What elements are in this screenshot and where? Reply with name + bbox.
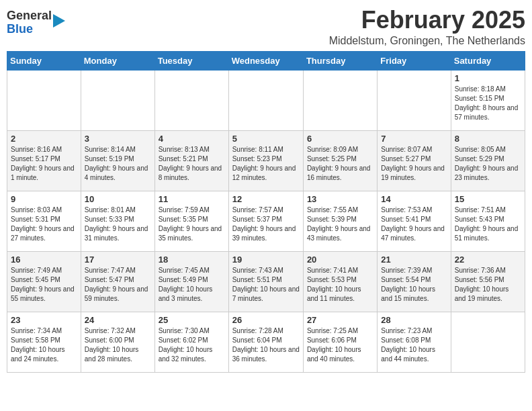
logo-blue: Blue [7, 22, 33, 36]
day-number: 22 [455, 255, 521, 265]
calendar-cell: 19Sunrise: 7:43 AM Sunset: 5:51 PM Dayli… [228, 251, 303, 312]
calendar-cell: 13Sunrise: 7:55 AM Sunset: 5:39 PM Dayli… [303, 191, 377, 251]
day-info: Sunrise: 7:55 AM Sunset: 5:39 PM Dayligh… [307, 205, 373, 243]
day-info: Sunrise: 8:13 AM Sunset: 5:21 PM Dayligh… [159, 145, 225, 183]
day-number: 28 [381, 315, 447, 325]
day-number: 17 [85, 255, 151, 265]
calendar-cell: 12Sunrise: 7:57 AM Sunset: 5:37 PM Dayli… [228, 191, 303, 251]
calendar-cell: 16Sunrise: 7:49 AM Sunset: 5:45 PM Dayli… [7, 251, 81, 312]
calendar-cell: 7Sunrise: 8:07 AM Sunset: 5:27 PM Daylig… [378, 130, 451, 191]
calendar-cell: 25Sunrise: 7:30 AM Sunset: 6:02 PM Dayli… [154, 312, 228, 372]
day-number: 12 [232, 194, 300, 204]
logo-arrow-icon [53, 14, 65, 28]
day-info: Sunrise: 7:45 AM Sunset: 5:49 PM Dayligh… [159, 266, 225, 304]
day-info: Sunrise: 7:49 AM Sunset: 5:45 PM Dayligh… [11, 266, 77, 304]
calendar-cell: 10Sunrise: 8:01 AM Sunset: 5:33 PM Dayli… [81, 191, 154, 251]
day-number: 20 [307, 255, 373, 265]
day-info: Sunrise: 7:41 AM Sunset: 5:53 PM Dayligh… [307, 266, 373, 304]
calendar-cell: 2Sunrise: 8:16 AM Sunset: 5:17 PM Daylig… [7, 130, 81, 191]
day-info: Sunrise: 8:11 AM Sunset: 5:23 PM Dayligh… [232, 145, 300, 183]
calendar-cell: 17Sunrise: 7:47 AM Sunset: 5:47 PM Dayli… [81, 251, 154, 312]
calendar-table: SundayMondayTuesdayWednesdayThursdayFrid… [7, 51, 525, 373]
calendar-week-row: 16Sunrise: 7:49 AM Sunset: 5:45 PM Dayli… [7, 251, 525, 312]
calendar-cell: 8Sunrise: 8:05 AM Sunset: 5:29 PM Daylig… [451, 130, 525, 191]
day-number: 15 [455, 194, 521, 204]
calendar-cell: 24Sunrise: 7:32 AM Sunset: 6:00 PM Dayli… [81, 312, 154, 372]
calendar-cell: 22Sunrise: 7:36 AM Sunset: 5:56 PM Dayli… [451, 251, 525, 312]
calendar-cell [378, 70, 451, 130]
day-number: 1 [455, 73, 521, 83]
day-number: 2 [11, 134, 77, 144]
day-info: Sunrise: 7:28 AM Sunset: 6:04 PM Dayligh… [232, 326, 300, 364]
calendar-cell [81, 70, 154, 130]
calendar-cell: 4Sunrise: 8:13 AM Sunset: 5:21 PM Daylig… [154, 130, 228, 191]
weekday-header: Sunday [7, 51, 81, 70]
calendar-cell: 6Sunrise: 8:09 AM Sunset: 5:25 PM Daylig… [303, 130, 377, 191]
day-number: 4 [159, 134, 225, 144]
day-info: Sunrise: 7:51 AM Sunset: 5:43 PM Dayligh… [455, 205, 521, 243]
calendar-week-row: 9Sunrise: 8:03 AM Sunset: 5:31 PM Daylig… [7, 191, 525, 251]
day-number: 3 [85, 134, 151, 144]
calendar-cell [154, 70, 228, 130]
calendar-week-row: 23Sunrise: 7:34 AM Sunset: 5:58 PM Dayli… [7, 312, 525, 372]
day-info: Sunrise: 8:07 AM Sunset: 5:27 PM Dayligh… [381, 145, 447, 183]
calendar-cell: 15Sunrise: 7:51 AM Sunset: 5:43 PM Dayli… [451, 191, 525, 251]
day-info: Sunrise: 8:16 AM Sunset: 5:17 PM Dayligh… [11, 145, 77, 183]
day-number: 14 [381, 194, 447, 204]
day-number: 23 [11, 315, 77, 325]
calendar-cell: 21Sunrise: 7:39 AM Sunset: 5:54 PM Dayli… [378, 251, 451, 312]
calendar-cell: 23Sunrise: 7:34 AM Sunset: 5:58 PM Dayli… [7, 312, 81, 372]
calendar-week-row: 1Sunrise: 8:18 AM Sunset: 5:15 PM Daylig… [7, 70, 525, 130]
day-info: Sunrise: 8:14 AM Sunset: 5:19 PM Dayligh… [85, 145, 151, 183]
day-number: 16 [11, 255, 77, 265]
logo: General Blue [7, 7, 65, 36]
day-info: Sunrise: 7:39 AM Sunset: 5:54 PM Dayligh… [381, 266, 447, 304]
calendar-cell: 18Sunrise: 7:45 AM Sunset: 5:49 PM Dayli… [154, 251, 228, 312]
day-info: Sunrise: 8:05 AM Sunset: 5:29 PM Dayligh… [455, 145, 521, 183]
day-number: 11 [159, 194, 225, 204]
calendar-cell: 3Sunrise: 8:14 AM Sunset: 5:19 PM Daylig… [81, 130, 154, 191]
calendar-cell: 1Sunrise: 8:18 AM Sunset: 5:15 PM Daylig… [451, 70, 525, 130]
calendar-cell [7, 70, 81, 130]
page-header: General Blue February 2025 Middelstum, G… [7, 7, 525, 47]
day-info: Sunrise: 7:57 AM Sunset: 5:37 PM Dayligh… [232, 205, 300, 243]
month-title: February 2025 [329, 7, 525, 34]
day-info: Sunrise: 7:34 AM Sunset: 5:58 PM Dayligh… [11, 326, 77, 364]
calendar-cell: 5Sunrise: 8:11 AM Sunset: 5:23 PM Daylig… [228, 130, 303, 191]
day-info: Sunrise: 7:25 AM Sunset: 6:06 PM Dayligh… [307, 326, 373, 364]
day-info: Sunrise: 7:47 AM Sunset: 5:47 PM Dayligh… [85, 266, 151, 304]
calendar-cell: 28Sunrise: 7:23 AM Sunset: 6:08 PM Dayli… [378, 312, 451, 372]
day-number: 24 [85, 315, 151, 325]
day-number: 8 [455, 134, 521, 144]
day-number: 5 [232, 134, 300, 144]
day-info: Sunrise: 7:36 AM Sunset: 5:56 PM Dayligh… [455, 266, 521, 304]
day-number: 25 [159, 315, 225, 325]
logo-general: General [7, 9, 52, 22]
weekday-header: Thursday [303, 51, 377, 70]
calendar-cell: 14Sunrise: 7:53 AM Sunset: 5:41 PM Dayli… [378, 191, 451, 251]
weekday-header: Wednesday [228, 51, 303, 70]
day-number: 21 [381, 255, 447, 265]
calendar-cell [303, 70, 377, 130]
title-block: February 2025 Middelstum, Groningen, The… [329, 7, 525, 47]
calendar-cell: 20Sunrise: 7:41 AM Sunset: 5:53 PM Dayli… [303, 251, 377, 312]
calendar-cell [451, 312, 525, 372]
day-number: 26 [232, 315, 300, 325]
day-number: 18 [159, 255, 225, 265]
day-info: Sunrise: 8:09 AM Sunset: 5:25 PM Dayligh… [307, 145, 373, 183]
day-number: 19 [232, 255, 300, 265]
location: Middelstum, Groningen, The Netherlands [329, 35, 525, 47]
weekday-header: Saturday [451, 51, 525, 70]
weekday-header-row: SundayMondayTuesdayWednesdayThursdayFrid… [7, 51, 525, 70]
day-info: Sunrise: 8:03 AM Sunset: 5:31 PM Dayligh… [11, 205, 77, 243]
day-info: Sunrise: 7:32 AM Sunset: 6:00 PM Dayligh… [85, 326, 151, 364]
day-info: Sunrise: 7:30 AM Sunset: 6:02 PM Dayligh… [159, 326, 225, 364]
calendar-cell: 26Sunrise: 7:28 AM Sunset: 6:04 PM Dayli… [228, 312, 303, 372]
day-info: Sunrise: 7:53 AM Sunset: 5:41 PM Dayligh… [381, 205, 447, 243]
day-number: 7 [381, 134, 447, 144]
day-number: 6 [307, 134, 373, 144]
day-info: Sunrise: 7:23 AM Sunset: 6:08 PM Dayligh… [381, 326, 447, 364]
day-number: 9 [11, 194, 77, 204]
day-info: Sunrise: 8:01 AM Sunset: 5:33 PM Dayligh… [85, 205, 151, 243]
day-info: Sunrise: 7:59 AM Sunset: 5:35 PM Dayligh… [159, 205, 225, 243]
